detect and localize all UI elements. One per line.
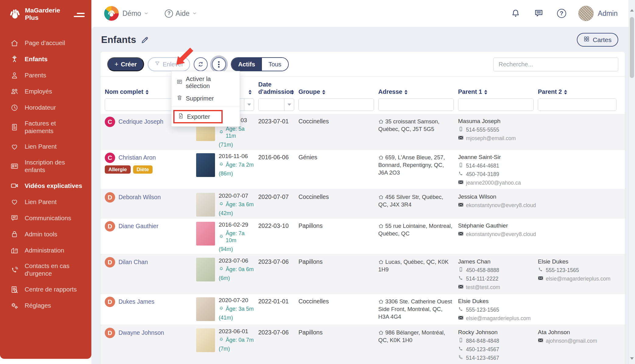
- sidebar-item-admin-tools[interactable]: Admin tools: [0, 226, 91, 242]
- age-months: (7m): [219, 345, 255, 352]
- sidebar-item-communications[interactable]: Communications: [0, 210, 91, 226]
- child-name-link[interactable]: Dukes James: [118, 298, 154, 305]
- email-icon: [458, 202, 464, 209]
- admission-date: 2022-01-01: [258, 297, 298, 323]
- menu-item-activer-la-selection[interactable]: Activer la sélection: [171, 73, 240, 92]
- phone-icon: [538, 267, 543, 274]
- column-header-parent-1[interactable]: Parent 1: [458, 88, 538, 95]
- support-question-icon[interactable]: ?: [557, 9, 566, 18]
- sidebar-item-factures-et-paiements[interactable]: Factures et paiements: [0, 116, 91, 139]
- brand-line1: MaGarderie: [25, 7, 73, 14]
- parent2-cell: Elsie Dukes 555-123-1565 elsie@magarderi…: [538, 257, 621, 292]
- sort-icon: [146, 90, 149, 94]
- birth-date: 2023-07-06: [219, 257, 255, 264]
- parent-name: Elsie Dukes: [538, 257, 617, 265]
- birth-cell: 2020-07-20 Âge: 3a 5m (41m): [219, 297, 258, 323]
- topbar: Démo ? Aide ? Admin: [91, 0, 629, 27]
- parent-name: Elsie Dukes: [458, 297, 534, 305]
- sidebar-item-lien-parent[interactable]: Lien Parent: [0, 194, 91, 210]
- address: 3306 Ste. Catherine Ouest Side Front, Mo…: [378, 297, 458, 323]
- sidebar-item-inscription-des-enfants[interactable]: Inscription des enfants: [0, 155, 91, 178]
- sidebar-item-centre-de-rapports[interactable]: Centre de rapports: [0, 281, 91, 298]
- contact-value: 514-464-4681: [466, 163, 499, 169]
- sidebar-item-employes[interactable]: Employés: [0, 83, 91, 100]
- remove-button[interactable]: Enlever: [148, 57, 190, 71]
- filter-input-groupe[interactable]: [299, 99, 374, 111]
- filter-input-date-admission[interactable]: [259, 99, 284, 111]
- tab-tous[interactable]: Tous: [262, 58, 288, 71]
- heart-icon: [10, 198, 19, 206]
- sidebar-item-page-d-accueil[interactable]: Page d'accueil: [0, 35, 91, 51]
- filter-input-parent-1[interactable]: [458, 99, 533, 111]
- filter-dropdown-toggle[interactable]: [244, 99, 254, 111]
- scrollbar-down-arrow-icon[interactable]: [630, 357, 634, 360]
- sort-icon: [484, 90, 487, 94]
- sidebar-collapse-icon[interactable]: [73, 10, 85, 18]
- child-name-link[interactable]: Dwayne Johnson: [118, 329, 164, 336]
- cards-view-button[interactable]: Cartes: [577, 33, 618, 47]
- menu-item-supprimer[interactable]: Supprimer: [171, 92, 240, 105]
- notifications-bell-icon[interactable]: [511, 9, 520, 18]
- gears-icon: [10, 302, 19, 310]
- contact-phone: 450-123-4567: [458, 346, 534, 353]
- child-name-link[interactable]: Christian Aron: [118, 154, 156, 161]
- workspace-selector[interactable]: Démo: [104, 6, 148, 21]
- child-name-link[interactable]: Deborah Wilson: [118, 194, 161, 201]
- filter-dropdown-toggle[interactable]: [284, 99, 294, 111]
- user-name[interactable]: Admin: [598, 9, 618, 18]
- sidebar-item-administration[interactable]: Administration: [0, 242, 91, 258]
- more-actions-button[interactable]: [212, 57, 226, 71]
- tab-actifs[interactable]: Actifs: [231, 58, 262, 71]
- sidebar-item-enfants[interactable]: Enfants: [0, 51, 91, 67]
- column-header-groupe[interactable]: Groupe: [298, 88, 378, 95]
- edit-title-pencil-icon[interactable]: [140, 35, 150, 44]
- child-photo: [196, 258, 215, 281]
- contact-value: elsie@magarderieplus.com: [466, 315, 531, 322]
- scrollbar-thumb[interactable]: [630, 17, 634, 78]
- column-header-parent-2[interactable]: Parent 2: [538, 88, 621, 95]
- filter-input-parent-2[interactable]: [538, 99, 616, 111]
- email-icon: [538, 275, 543, 282]
- child-name-link[interactable]: Dilan Chan: [118, 259, 148, 266]
- phone-icon: [458, 275, 464, 282]
- filter-cell: [378, 98, 458, 111]
- sidebar-item-lien-parent[interactable]: Lien Parent: [0, 139, 91, 155]
- child-name-link[interactable]: Diane Gauthier: [118, 223, 158, 230]
- lock-icon: [10, 230, 19, 238]
- create-button[interactable]: + Créer: [107, 57, 144, 71]
- column-label: Groupe: [298, 88, 320, 95]
- contact-email: jeanne2000@yahoo.ca: [458, 179, 534, 186]
- sidebar-item-reglages[interactable]: Réglages: [0, 298, 91, 314]
- scrollbar-up-arrow-icon[interactable]: [630, 9, 634, 12]
- sort-icon: [322, 90, 325, 94]
- sort-icon: [404, 90, 407, 94]
- address: 456 Silver Str, Québec, QC, J4X 3R4: [378, 192, 458, 217]
- contact-email: ekonstantynov@every8.cloud: [458, 202, 534, 209]
- messages-icon[interactable]: [534, 9, 544, 18]
- page-scrollbar[interactable]: [629, 0, 635, 364]
- child-initial-avatar: D: [105, 221, 115, 231]
- parent1-cell: Jeanne Saint-Sir 514-464-4681 450-704-31…: [458, 153, 538, 188]
- name-cell: D Dilan Chan: [105, 257, 196, 292]
- filter-input-adresse[interactable]: [379, 99, 453, 111]
- user-avatar[interactable]: [578, 6, 594, 21]
- email-icon: [458, 284, 464, 291]
- column-header-date-d-admission[interactable]: Date d'admission: [258, 81, 298, 95]
- child-name-link[interactable]: Cedrique Joseph: [118, 118, 163, 125]
- house-icon: [378, 118, 385, 125]
- sidebar-item-contacts-en-cas-d-urgence[interactable]: Contacts en cas d'urgence: [0, 258, 91, 281]
- menu-item-exporter[interactable]: Exporter: [175, 111, 221, 122]
- sidebar-item-videos-explicatives[interactable]: Vidéos explicatives: [0, 178, 91, 194]
- help-menu[interactable]: ? Aide: [165, 9, 197, 18]
- name-cell: D Diane Gauthier: [105, 221, 196, 253]
- name-cell: D Dwayne Johnson: [105, 328, 196, 363]
- child-photo: [196, 328, 215, 352]
- column-header-adresse[interactable]: Adresse: [378, 88, 458, 95]
- refresh-button[interactable]: [194, 57, 208, 71]
- sidebar-item-parents[interactable]: Parents: [0, 67, 91, 83]
- sidebar-item-horodateur[interactable]: Horodateur: [0, 100, 91, 116]
- search-input[interactable]: [493, 58, 618, 71]
- email-icon: [458, 135, 464, 142]
- age-value: Âge: 7a 2m: [226, 161, 254, 168]
- contact-value: elsie@magarderieplus.com: [546, 276, 610, 282]
